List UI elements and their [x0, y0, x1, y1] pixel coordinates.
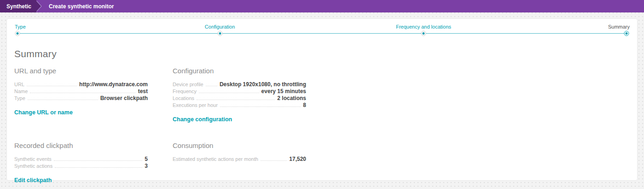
section-configuration: Configuration Device profile Desktop 192… — [173, 67, 306, 123]
dotted-leader — [206, 86, 217, 86]
step-label-type[interactable]: Type — [15, 24, 26, 30]
summary-sections: URL and type URL http://www.dynatrace.co… — [14, 67, 630, 184]
kv-row-url: URL http://www.dynatrace.com — [14, 81, 148, 88]
kv-value: 2 locations — [277, 95, 306, 101]
change-url-or-name-link[interactable]: Change URL or name — [14, 109, 73, 116]
kv-value: 3 — [145, 163, 148, 169]
summary-card: Type Configuration Frequency and locatio… — [6, 18, 638, 181]
breadcrumb-synthetic[interactable]: Synthetic — [0, 0, 36, 12]
breadcrumb-chevron-icon — [36, 0, 43, 12]
app-header: Synthetic Create synthetic monitor — [0, 0, 644, 12]
wizard-stepper: Type Configuration Frequency and locatio… — [14, 19, 630, 41]
kv-row-executions-per-hour: Executions per hour 8 — [173, 102, 306, 108]
kv-label: Synthetic actions — [14, 163, 52, 169]
kv-label: Locations — [173, 95, 194, 101]
page-title: Summary — [14, 48, 630, 59]
kv-value: 17,520 — [289, 156, 306, 162]
dotted-leader — [28, 100, 98, 100]
kv-value: 5 — [145, 156, 148, 162]
kv-label: Frequency — [173, 88, 197, 94]
dotted-leader — [54, 160, 143, 161]
kv-row-synthetic-events: Synthetic events 5 — [14, 156, 148, 162]
kv-row-locations: Locations 2 locations — [173, 95, 306, 101]
kv-row-type: Type Browser clickpath — [14, 95, 148, 101]
edit-clickpath-link[interactable]: Edit clickpath — [14, 177, 52, 183]
kv-row-device-profile: Device profile Desktop 1920x1080, no thr… — [173, 81, 306, 88]
kv-row-synthetic-actions: Synthetic actions 3 — [14, 163, 148, 169]
step-label-summary: Summary — [608, 24, 630, 30]
kv-value: http://www.dynatrace.com — [79, 81, 148, 88]
step-dot-summary-active — [624, 31, 629, 36]
step-label-frequency-and-locations[interactable]: Frequency and locations — [396, 24, 451, 30]
dotted-leader — [27, 86, 77, 86]
kv-label: Executions per hour — [173, 102, 218, 108]
section-title: Recorded clickpath — [14, 142, 148, 149]
kv-value: test — [138, 88, 148, 94]
kv-label: Synthetic events — [14, 156, 52, 162]
dotted-leader — [55, 167, 142, 168]
dotted-leader — [220, 106, 301, 107]
kv-value: 8 — [303, 102, 306, 108]
step-dot-frequency-and-locations[interactable] — [421, 31, 426, 36]
section-title: Configuration — [173, 67, 306, 75]
kv-row-name: Name test — [14, 88, 148, 94]
kv-label: Type — [14, 95, 25, 101]
kv-value: every 15 minutes — [261, 88, 306, 94]
dotted-leader — [30, 93, 135, 93]
section-recorded-clickpath: Recorded clickpath Synthetic events 5 Sy… — [14, 142, 148, 184]
section-title: URL and type — [14, 67, 148, 75]
dotted-leader — [199, 93, 259, 93]
change-configuration-link[interactable]: Change configuration — [173, 116, 232, 123]
kv-value: Desktop 1920x1080, no throttling — [220, 81, 306, 88]
kv-label: Device profile — [173, 81, 203, 88]
section-url-and-type: URL and type URL http://www.dynatrace.co… — [14, 67, 148, 123]
kv-value: Browser clickpath — [100, 95, 148, 101]
breadcrumb-label: Synthetic — [6, 3, 31, 10]
section-title: Consumption — [173, 142, 306, 149]
step-dot-type[interactable] — [15, 31, 20, 36]
kv-row-estimated-actions-per-month: Estimated synthetic actions per month 17… — [173, 156, 306, 162]
kv-label: Name — [14, 88, 28, 94]
page-header-title: Create synthetic monitor — [49, 0, 114, 12]
step-label-configuration[interactable]: Configuration — [205, 24, 235, 30]
step-dot-configuration[interactable] — [217, 31, 222, 36]
kv-row-frequency: Frequency every 15 minutes — [173, 88, 306, 94]
stepper-progress-line — [17, 33, 627, 34]
dotted-leader — [261, 160, 287, 161]
section-consumption: Consumption Estimated synthetic actions … — [173, 142, 306, 184]
kv-label: URL — [14, 81, 24, 88]
dotted-leader — [197, 100, 275, 100]
kv-label: Estimated synthetic actions per month — [173, 156, 258, 162]
